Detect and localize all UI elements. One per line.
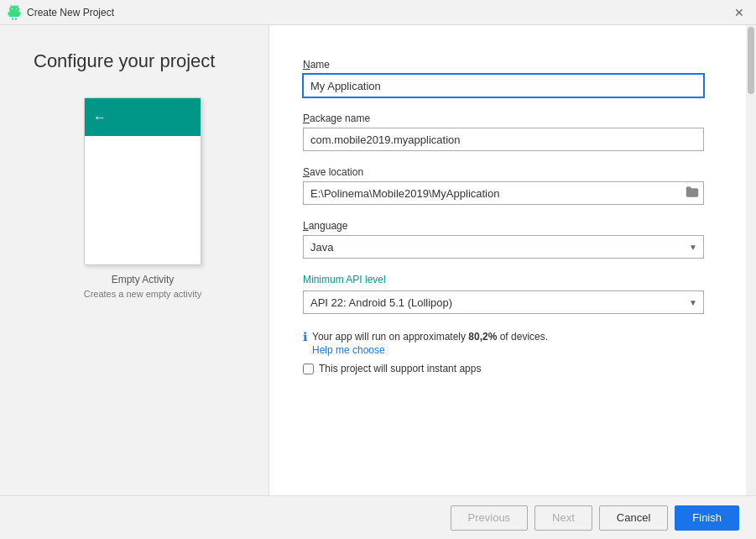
main-content: Configure your project ← Empty Activity … <box>0 25 756 495</box>
activity-preview-body <box>85 136 201 264</box>
api-level-select[interactable]: API 15: Android 4.0.3 (IceCreamSandwich)… <box>303 290 704 314</box>
svg-line-8 <box>10 5 12 7</box>
help-me-choose-link[interactable]: Help me choose <box>312 344 548 356</box>
package-name-field-group: Package name <box>303 113 704 151</box>
package-name-label: Package name <box>303 113 704 124</box>
svg-point-6 <box>12 8 13 9</box>
language-select[interactable]: Java Kotlin <box>303 235 704 259</box>
minimum-api-level-title: Minimum API level <box>303 274 704 285</box>
activity-description: Creates a new empty activity <box>84 289 202 299</box>
cancel-button[interactable]: Cancel <box>599 505 668 531</box>
title-bar-text: Create New Project <box>27 7 729 18</box>
scrollbar-thumb[interactable] <box>748 27 754 94</box>
save-location-field-group: Save location <box>303 166 704 205</box>
instant-apps-label[interactable]: This project will support instant apps <box>319 363 481 374</box>
info-text: Your app will run on approximately 80,2%… <box>312 331 548 343</box>
svg-rect-2 <box>8 12 10 16</box>
save-location-input-wrapper <box>303 181 704 205</box>
info-box: ℹ Your app will run on approximately 80,… <box>303 329 704 356</box>
info-icon: ℹ <box>303 330 307 343</box>
close-button[interactable]: ✕ <box>729 4 749 21</box>
package-name-input[interactable] <box>303 128 704 151</box>
activity-preview-header: ← <box>85 98 201 136</box>
minimum-api-level-field-group: Minimum API level API 15: Android 4.0.3 … <box>303 274 704 314</box>
next-button[interactable]: Next <box>534 505 592 531</box>
folder-icon[interactable] <box>686 186 699 201</box>
footer: Previous Next Cancel Finish <box>0 495 756 539</box>
language-field-group: Language Java Kotlin ▼ <box>303 220 704 259</box>
name-input[interactable] <box>303 74 704 97</box>
language-label: Language <box>303 220 704 232</box>
svg-rect-5 <box>15 18 17 20</box>
left-panel: Configure your project ← Empty Activity … <box>0 25 269 495</box>
instant-apps-checkbox[interactable] <box>303 364 314 374</box>
svg-line-9 <box>17 5 18 7</box>
svg-point-7 <box>16 8 18 9</box>
svg-rect-3 <box>19 12 21 16</box>
activity-preview: ← <box>84 97 201 265</box>
info-content: Your app will run on approximately 80,2%… <box>312 329 548 356</box>
right-panel: NNameame Package name Save location <box>269 25 746 495</box>
instant-apps-checkbox-row: This project will support instant apps <box>303 363 704 374</box>
svg-rect-1 <box>9 11 19 17</box>
save-location-label: Save location <box>303 166 704 178</box>
activity-name: Empty Activity <box>112 274 175 285</box>
previous-button[interactable]: Previous <box>451 505 529 531</box>
save-location-input[interactable] <box>303 181 704 205</box>
language-select-wrapper: Java Kotlin ▼ <box>303 235 704 259</box>
title-bar: Create New Project ✕ <box>0 0 756 25</box>
back-arrow-icon: ← <box>93 110 107 125</box>
svg-rect-4 <box>12 18 13 20</box>
api-level-select-wrapper: API 15: Android 4.0.3 (IceCreamSandwich)… <box>303 290 704 314</box>
android-icon <box>7 5 22 20</box>
scrollbar-track[interactable] <box>746 25 756 495</box>
page-title: Configure your project <box>34 50 215 72</box>
name-field-group: NNameame <box>303 59 704 97</box>
name-label: NNameame <box>303 59 704 71</box>
finish-button[interactable]: Finish <box>675 505 739 531</box>
